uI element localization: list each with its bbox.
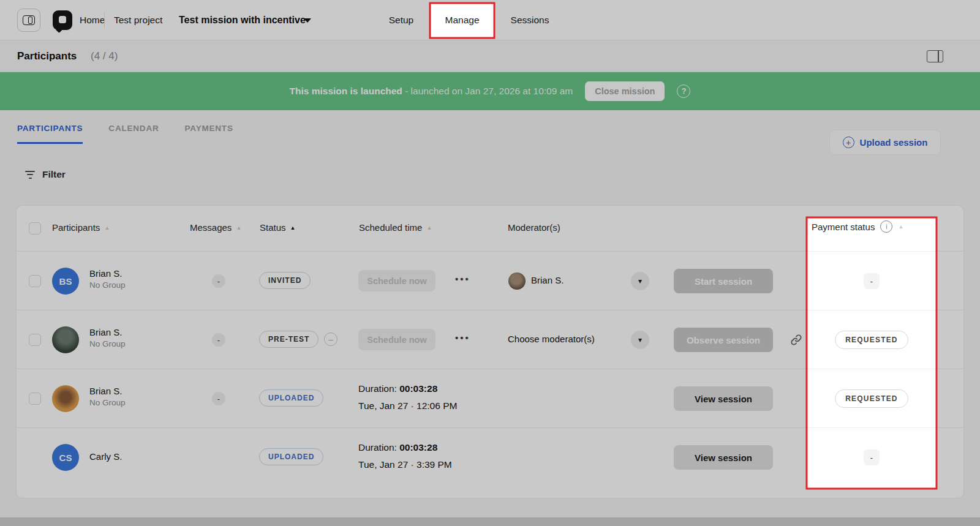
more-options-button[interactable]: ••• [455, 333, 470, 343]
participant-name: Brian S. [89, 386, 126, 396]
side-panel-toggle-icon[interactable] [927, 50, 943, 62]
session-time: Tue, Jan 27 · 3:39 PM [358, 459, 452, 470]
participants-count: (4 / 4) [91, 40, 118, 72]
messages-badge: - [212, 333, 225, 347]
moderator-avatar [508, 272, 526, 290]
tab-participants[interactable]: PARTICIPANTS [17, 124, 83, 144]
table-row: Brian S. No Group - UPLOADED Duration: 0… [17, 369, 963, 427]
sort-icon: ▲ [236, 225, 241, 231]
page-header: Participants (4 / 4) [0, 40, 980, 72]
participant-name: Brian S. [89, 268, 126, 279]
avatar-photo [52, 326, 79, 353]
chevron-down-icon [304, 18, 311, 23]
content-area: PARTICIPANTS CALENDAR PAYMENTS + Upload … [0, 110, 980, 517]
moderator-dropdown-button[interactable]: ▾ [631, 331, 649, 349]
schedule-now-button[interactable]: Schedule now [358, 270, 435, 291]
top-navigation-bar: Home Test project Test mission with ince… [0, 0, 980, 40]
observe-session-button[interactable]: Observe session [674, 328, 773, 352]
tab-manage[interactable]: Manage [430, 0, 494, 40]
session-duration: Duration: 00:03:28 [358, 442, 437, 453]
filter-label: Filter [42, 169, 66, 180]
participant-name-block: Carly S. [89, 451, 122, 462]
participant-name-block: Brian S. No Group [89, 386, 126, 407]
payment-dash-badge: - [864, 449, 880, 465]
participant-name: Carly S. [89, 451, 122, 462]
upload-session-label: Upload session [860, 137, 928, 148]
table-row: BS Brian S. No Group - INVITED Schedule … [17, 251, 963, 310]
minus-circle-icon[interactable]: – [324, 333, 337, 346]
more-options-button[interactable]: ••• [455, 274, 470, 284]
avatar: CS [52, 444, 79, 471]
column-header-scheduled-time[interactable]: Scheduled time▲ [359, 222, 432, 233]
sort-icon-active: ▲ [290, 225, 296, 231]
participant-name-block: Brian S. No Group [89, 327, 126, 348]
sort-icon: ▲ [426, 225, 432, 231]
breadcrumb-divider [104, 12, 105, 28]
plus-circle-icon: + [843, 137, 854, 148]
sidebar-toggle-icon [23, 15, 35, 25]
app-root: Home Test project Test mission with ince… [0, 0, 980, 526]
sidebar-toggle-button[interactable] [17, 9, 40, 32]
column-header-messages[interactable]: Messages▲ [190, 222, 241, 233]
info-icon[interactable]: i [880, 220, 892, 233]
payment-status-badge: REQUESTED [835, 331, 908, 349]
schedule-now-button[interactable]: Schedule now [358, 329, 435, 350]
row-checkbox[interactable] [29, 275, 41, 287]
tab-sessions[interactable]: Sessions [502, 0, 557, 40]
participant-group: No Group [89, 280, 126, 290]
upload-session-button[interactable]: + Upload session [830, 130, 940, 154]
avatar-photo [52, 385, 79, 412]
participant-name: Brian S. [89, 327, 126, 337]
breadcrumb-project[interactable]: Test project [114, 0, 162, 40]
session-duration: Duration: 00:03:28 [358, 383, 437, 394]
help-icon[interactable]: ? [677, 85, 690, 98]
app-logo[interactable] [53, 10, 72, 30]
section-tabs: PARTICIPANTS CALENDAR PAYMENTS [17, 124, 233, 144]
column-header-payment-status[interactable]: Payment status i ▲ [812, 220, 903, 233]
mission-title-dropdown[interactable]: Test mission with incentive [179, 0, 306, 40]
row-checkbox[interactable] [29, 334, 41, 346]
banner-text: This mission is launched - launched on J… [290, 86, 573, 97]
tab-payments[interactable]: PAYMENTS [185, 124, 233, 144]
payment-status-badge: REQUESTED [835, 389, 908, 408]
status-badge: PRE-TEST [259, 331, 318, 348]
choose-moderator-label[interactable]: Choose moderator(s) [508, 334, 595, 344]
messages-badge: - [212, 274, 225, 288]
moderator-dropdown-button[interactable]: ▾ [631, 272, 649, 290]
moderator-name: Brian S. [531, 275, 564, 285]
start-session-button[interactable]: Start session [674, 269, 773, 293]
session-time: Tue, Jan 27 · 12:06 PM [358, 400, 457, 411]
column-header-moderators[interactable]: Moderator(s) [508, 222, 560, 233]
tab-calendar[interactable]: CALENDAR [108, 124, 159, 144]
duration-value: 00:03:28 [399, 442, 437, 453]
row-checkbox[interactable] [29, 393, 41, 405]
payment-status-cell: - [807, 252, 937, 310]
participants-table: Participants▲ Messages▲ Status▲ Schedule… [17, 206, 963, 498]
banner-text-rest: - launched on Jan 27, 2026 at 10:09 am [402, 86, 573, 96]
avatar: BS [52, 268, 79, 295]
status-badge: UPLOADED [259, 448, 323, 465]
filter-control[interactable]: Filter [24, 169, 66, 180]
status-badge: UPLOADED [259, 389, 323, 407]
payment-dash-badge: - [864, 273, 880, 289]
table-header-row: Participants▲ Messages▲ Status▲ Schedule… [17, 206, 963, 251]
close-mission-button[interactable]: Close mission [585, 81, 665, 101]
column-header-status[interactable]: Status▲ [260, 222, 295, 233]
sort-icon: ▲ [898, 224, 903, 230]
select-all-checkbox[interactable] [29, 222, 41, 235]
table-row: Brian S. No Group - PRE-TEST – Schedule … [17, 310, 963, 369]
sort-icon: ▲ [104, 225, 110, 231]
page-title: Participants [17, 40, 77, 72]
duration-value: 00:03:28 [399, 383, 437, 394]
table-row: CS Carly S. UPLOADED Duration: 00:03:28 … [17, 427, 963, 486]
banner-text-bold: This mission is launched [290, 86, 402, 96]
view-session-button[interactable]: View session [674, 445, 773, 470]
link-icon[interactable] [790, 334, 802, 346]
column-header-participants[interactable]: Participants▲ [52, 222, 110, 233]
breadcrumb-home[interactable]: Home [80, 0, 105, 40]
tab-setup[interactable]: Setup [380, 0, 423, 40]
payment-status-cell: REQUESTED [807, 369, 937, 428]
messages-badge: - [212, 392, 225, 405]
view-session-button[interactable]: View session [674, 386, 773, 411]
page-bottom-strip [0, 517, 980, 526]
